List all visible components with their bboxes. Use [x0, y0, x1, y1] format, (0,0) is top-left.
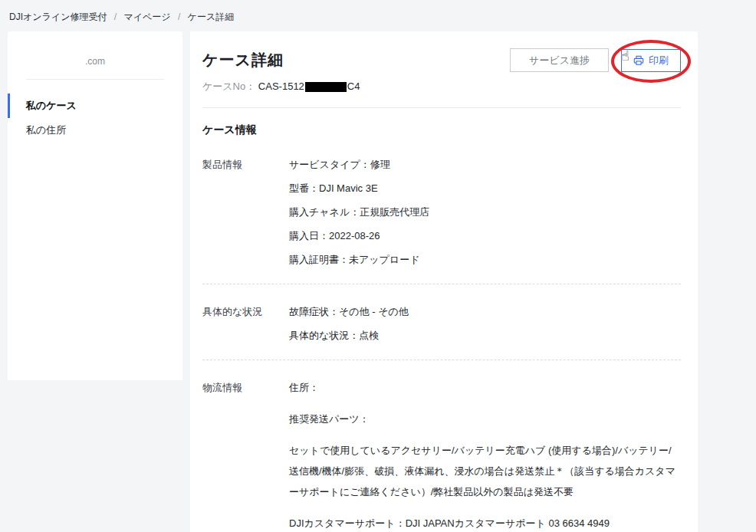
case-detail-card: ケース詳細 サービス進捗 印刷 [190, 31, 698, 532]
value-shipping-notes: セットで使用しているアクセサリー/バッテリー充電ハブ (使用する場合)/バッテリ… [289, 440, 681, 502]
row-values: サービスタイプ：修理 型番：DJI Mavic 3E 購入チャネル：正規販売代理… [289, 154, 681, 273]
row-logistics-info: 物流情報 住所： 推奨発送パーツ： セットで使用しているアクセサリー/バッテリー… [202, 377, 681, 532]
case-number-line: ケースNo： CAS-1512C4 [202, 80, 681, 94]
row-values: 故障症状：その他 - その他 具体的な状況：点検 [289, 301, 681, 349]
sidebar-menu: 私のケース 私の住所 [8, 94, 182, 143]
service-progress-button[interactable]: サービス進捗 [510, 48, 609, 72]
print-button-wrapper: 印刷 ☝ [621, 49, 681, 72]
page-layout: .com 私のケース 私の住所 ケース詳細 サービス進捗 [8, 31, 756, 532]
breadcrumb-item-repair-home[interactable]: DJIオンライン修理受付 [9, 11, 107, 22]
print-button-label: 印刷 [649, 55, 669, 65]
value-purchase-channel: 購入チャネル：正規販売代理店 [289, 202, 681, 222]
sidebar-item-my-cases[interactable]: 私のケース [8, 94, 182, 118]
row-label: 具体的な状況 [202, 301, 289, 349]
value-purchase-date: 購入日：2022-08-26 [289, 225, 681, 246]
value-address: 住所： [289, 377, 681, 398]
case-number-suffix: C4 [347, 80, 360, 92]
row-product-info: 製品情報 サービスタイプ：修理 型番：DJI Mavic 3E 購入チャネル：正… [202, 154, 681, 273]
value-purchase-proof: 購入証明書：未アップロード [289, 249, 681, 270]
value-model: 型番：DJI Mavic 3E [289, 178, 681, 199]
row-specific-situation: 具体的な状況 故障症状：その他 - その他 具体的な状況：点検 [202, 301, 681, 349]
store-logo-text: .com [8, 31, 182, 67]
row-label: 物流情報 [202, 377, 289, 532]
breadcrumb-item-case-detail: ケース詳細 [188, 11, 235, 22]
section-title-case-info: ケース情報 [202, 123, 681, 137]
sidebar-item-my-address[interactable]: 私の住所 [8, 118, 182, 143]
breadcrumb-separator: / [178, 11, 180, 22]
dashed-divider [202, 284, 681, 284]
redaction-block [305, 82, 347, 92]
case-number-prefix: CAS-1512 [258, 80, 304, 92]
value-failure-symptom: 故障症状：その他 - その他 [289, 301, 681, 322]
header-buttons: サービス進捗 印刷 ☝ [510, 48, 681, 72]
value-situation-detail: 具体的な状況：点検 [289, 325, 681, 346]
header-divider [202, 107, 681, 108]
breadcrumb-item-mypage[interactable]: マイページ [123, 11, 170, 22]
case-detail-header: ケース詳細 サービス進捗 印刷 [202, 31, 681, 72]
row-label: 製品情報 [202, 154, 289, 273]
case-number-label: ケースNo： [202, 80, 255, 92]
sidebar-divider [26, 79, 164, 80]
value-recommended-parts-label: 推奨発送パーツ： [289, 409, 681, 429]
value-customer-support: DJIカスタマーサポート：DJI JAPANカスタマーサポート 03 6634 … [289, 513, 681, 532]
breadcrumb-separator: / [114, 11, 117, 22]
breadcrumb: DJIオンライン修理受付 / マイページ / ケース詳細 [0, 0, 756, 31]
dashed-divider [202, 360, 681, 360]
sidebar: .com 私のケース 私の住所 [8, 31, 182, 380]
row-values: 住所： 推奨発送パーツ： セットで使用しているアクセサリー/バッテリー充電ハブ … [289, 377, 681, 532]
printer-icon [633, 55, 644, 66]
print-button[interactable]: 印刷 [621, 49, 681, 72]
value-service-type: サービスタイプ：修理 [289, 154, 681, 175]
page-title: ケース詳細 [202, 50, 284, 71]
